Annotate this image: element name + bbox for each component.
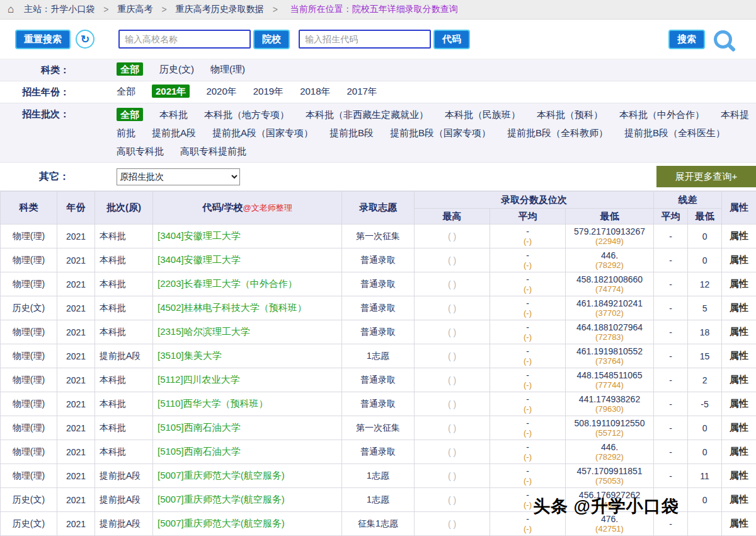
attr-link[interactable]: 属性 [730,254,748,265]
filter-option[interactable]: 全部 [117,86,135,96]
header-school: 代码/学校@文老师整理 [153,192,342,224]
attr-link[interactable]: 属性 [730,470,748,481]
school-link[interactable]: [3404]安徽理工大学 [158,254,241,265]
school-link[interactable]: [5007]重庆师范大学(航空服务) [158,494,285,504]
other-filter-row: 其它： 原招生批次 展开更多查询+ [0,163,756,191]
attr-link[interactable]: 属性 [730,518,748,528]
filter-option[interactable]: 2018年 [300,86,330,96]
cell-diff-avg: - [654,320,688,344]
school-link[interactable]: [5110]西华大学（预科班） [158,398,268,409]
table-row: 物理(理)2021提前批A段[3510]集美大学1志愿( )-(-)461.19… [1,344,756,368]
filter-option[interactable]: 高职专科提前批 [180,146,246,156]
filter-option[interactable]: 提前批B段（国家专项） [390,127,491,138]
filter-option[interactable]: 提前批B段 [329,127,374,138]
original-batch-select[interactable]: 原招生批次 [117,168,240,185]
school-link[interactable]: [2203]长春理工大学（中外合作） [158,278,297,289]
cell-max-score: ( ) [415,272,490,296]
attr-link[interactable]: 属性 [730,302,748,313]
filter-option[interactable]: 本科批（预科） [537,109,603,120]
admission-code-input[interactable] [299,30,431,49]
reset-search-button[interactable]: 重置搜索 [15,30,71,49]
filter-option[interactable]: 本科批（地方专项） [204,109,289,120]
cell-max-score: ( ) [415,488,490,512]
filter-option[interactable]: 本科批（中外合作） [619,109,704,120]
cell-school: [2315]哈尔滨理工大学 [153,320,342,344]
cell-diff-avg: - [654,272,688,296]
attr-link[interactable]: 属性 [730,374,748,385]
filter-option[interactable]: 提前批B段（全科医生） [624,127,725,138]
cell-school: [5007]重庆师范大学(航空服务) [153,464,342,488]
breadcrumb-item[interactable]: 主站：升学小口袋 [24,4,94,15]
attr-link[interactable]: 属性 [730,350,748,361]
expand-more-button[interactable]: 展开更多查询+ [656,166,756,187]
filter-option[interactable]: 2017年 [347,86,377,96]
filter-option[interactable]: 本科批（民族班） [445,109,520,120]
cell-year: 2021 [57,320,95,344]
cell-batch: 提前批A段 [95,344,153,368]
filter-option[interactable]: 提前批B段（全科教师） [507,127,608,138]
cell-max-score: ( ) [415,416,490,440]
attr-link[interactable]: 属性 [730,278,748,289]
school-link[interactable]: [3404]安徽理工大学 [158,230,241,241]
school-link[interactable]: [5007]重庆师范大学(航空服务) [158,470,285,481]
cell-diff-min: 2 [688,368,722,392]
filter-option[interactable]: 2019年 [253,86,284,96]
filter-option[interactable]: 高职专科批 [117,146,164,156]
school-link[interactable]: [2315]哈尔滨理工大学 [158,326,250,337]
cell-school: [3404]安徽理工大学 [153,224,342,248]
filter-option[interactable]: 本科批 [159,109,188,120]
attr-link[interactable]: 属性 [730,398,748,409]
cell-min-score: 448.1548511065(77744) [566,368,654,392]
table-row: 历史(文)2021本科批[4502]桂林电子科技大学（预科班）普通录取( )-(… [1,296,756,320]
filter-option[interactable]: 提前批A段（国家专项） [212,127,313,138]
home-icon[interactable]: ⌂ [8,3,14,16]
cell-avg-score: -(-) [490,392,566,416]
school-link[interactable]: [5007]重庆师范大学(航空服务) [158,518,285,528]
filter-option[interactable]: 2020年 [206,86,236,96]
attr-link[interactable]: 属性 [730,326,748,337]
filter-option[interactable]: 全部 [117,108,143,121]
breadcrumb-item[interactable]: 重庆高考历史录取数据 [176,4,264,15]
cell-category: 物理(理) [1,464,57,488]
cell-max-score: ( ) [415,320,490,344]
header-diff-avg: 平均 [654,209,688,224]
filter-option[interactable]: 物理(理) [210,64,245,74]
cell-wish: 普通录取 [342,320,415,344]
attr-link[interactable]: 属性 [730,422,748,433]
filter-option[interactable]: 历史(文) [159,64,194,74]
header-attr: 属性 [722,192,756,224]
search-icon[interactable] [714,30,732,49]
cell-attr: 属性 [722,248,756,272]
cell-year: 2021 [57,248,95,272]
school-link[interactable]: [3510]集美大学 [158,350,222,361]
header-avg: 平均 [490,209,566,224]
cell-min-score: 458.1821008660(74774) [566,272,654,296]
school-search-button[interactable]: 院校 [253,30,290,49]
cell-max-score: ( ) [415,368,490,392]
code-search-button[interactable]: 代码 [433,30,470,49]
refresh-icon[interactable]: ↻ [76,30,94,49]
filter-option[interactable]: 2021年 [152,84,190,98]
cell-attr: 属性 [722,272,756,296]
school-link[interactable]: [4502]桂林电子科技大学（预科班） [158,302,307,313]
school-link[interactable]: [5112]四川农业大学 [158,374,240,385]
cell-category: 物理(理) [1,392,57,416]
cell-year: 2021 [57,368,95,392]
school-name-input[interactable] [118,30,251,49]
header-score-group: 录取分数及位次 [415,192,654,209]
table-row: 物理(理)2021本科批[3404]安徽理工大学第一次征集( )-(-)579.… [1,224,756,248]
attr-link[interactable]: 属性 [730,230,748,241]
cell-wish: 1志愿 [342,344,415,368]
breadcrumb-item[interactable]: 重庆高考 [117,4,152,15]
attr-link[interactable]: 属性 [730,494,748,504]
filter-option[interactable]: 本科批（非西藏生定藏就业） [306,109,428,120]
cell-school: [5105]西南石油大学 [153,440,342,464]
attr-link[interactable]: 属性 [730,446,748,457]
cell-wish: 普通录取 [342,440,415,464]
school-link[interactable]: [5105]西南石油大学 [158,446,241,457]
school-link[interactable]: [5105]西南石油大学 [158,422,241,433]
filter-option[interactable]: 提前批A段 [152,127,196,138]
breadcrumb-bar: ⌂ 主站：升学小口袋>重庆高考>重庆高考历史录取数据>当前所在位置：院校五年详细… [0,0,756,20]
filter-option[interactable]: 全部 [117,62,143,76]
search-button[interactable]: 搜索 [668,30,705,49]
